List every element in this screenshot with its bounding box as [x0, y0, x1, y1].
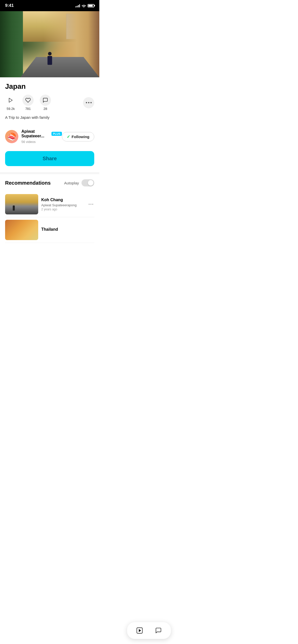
rec-more-button-koh-chang[interactable] [88, 203, 94, 206]
wifi-icon [82, 4, 86, 7]
rec-item-koh-chang[interactable]: Koh Chang Apiwat Supateeerapong 2 years … [5, 192, 94, 217]
rec-thumb-thailand [5, 220, 38, 240]
rec-title-thailand: Thailand [41, 227, 94, 232]
hero-image [0, 11, 99, 77]
play-count: 59.2k [7, 107, 15, 111]
more-options-button[interactable] [83, 97, 94, 108]
status-time: 9:41 [5, 3, 14, 8]
svg-marker-0 [9, 98, 12, 103]
comment-stat[interactable]: 28 [40, 95, 51, 111]
avatar-emoji: 🍣 [7, 133, 16, 141]
video-title: Japan [5, 82, 94, 91]
rec-title-koh-chang: Koh Chang [41, 198, 85, 202]
like-stat[interactable]: 781 [22, 95, 34, 111]
creator-info: Apiwat Supateeer... PLUS 56 videos [21, 129, 62, 144]
video-description: A Trip to Japan with family [5, 115, 94, 120]
more-dots-icon [86, 102, 92, 103]
rec-thumb-koh-chang [5, 194, 38, 214]
recommendations-section: Recommendations Autoplay Koh Chang Apiwa… [0, 174, 99, 243]
rec-item-thailand[interactable]: Thailand [5, 217, 94, 243]
signal-icon [75, 4, 80, 7]
creator-name: Apiwat Supateeer... [21, 129, 49, 138]
rec-info-thailand: Thailand [41, 227, 94, 233]
creator-row: 🍣 Apiwat Supateeer... PLUS 56 videos ✓ F… [5, 126, 94, 147]
check-icon: ✓ [67, 134, 70, 139]
plus-badge: PLUS [51, 132, 62, 136]
autoplay-toggle[interactable] [82, 179, 94, 186]
comment-button[interactable] [40, 95, 51, 106]
status-bar: 9:41 [0, 0, 99, 11]
rec-creator-koh-chang: Apiwat Supateeerapong [41, 203, 85, 207]
recommendations-header: Recommendations Autoplay [5, 179, 94, 186]
content-area: Japan 59.2k 781 28 [0, 77, 99, 172]
battery-icon [88, 4, 94, 7]
autoplay-row: Autoplay [64, 179, 94, 186]
creator-name-row: Apiwat Supateeer... PLUS [21, 129, 62, 138]
rec-time-koh-chang: 2 years ago [41, 208, 85, 211]
status-icons [75, 4, 94, 7]
creator-avatar[interactable]: 🍣 [5, 130, 18, 143]
like-button[interactable] [22, 95, 34, 106]
section-divider [0, 172, 99, 174]
following-button[interactable]: ✓ Following [62, 132, 94, 141]
creator-videos-count: 56 videos [21, 140, 36, 144]
comment-count: 28 [44, 107, 47, 111]
toggle-knob [88, 180, 93, 186]
following-label: Following [72, 135, 89, 139]
like-count: 781 [25, 107, 31, 111]
recommendations-title: Recommendations [5, 180, 51, 186]
share-button[interactable]: Share [5, 151, 94, 166]
rec-info-koh-chang: Koh Chang Apiwat Supateeerapong 2 years … [41, 198, 85, 211]
autoplay-label: Autoplay [64, 181, 79, 185]
play-stat[interactable]: 59.2k [5, 95, 16, 111]
stats-row: 59.2k 781 28 [5, 95, 94, 111]
play-button[interactable] [5, 95, 16, 106]
